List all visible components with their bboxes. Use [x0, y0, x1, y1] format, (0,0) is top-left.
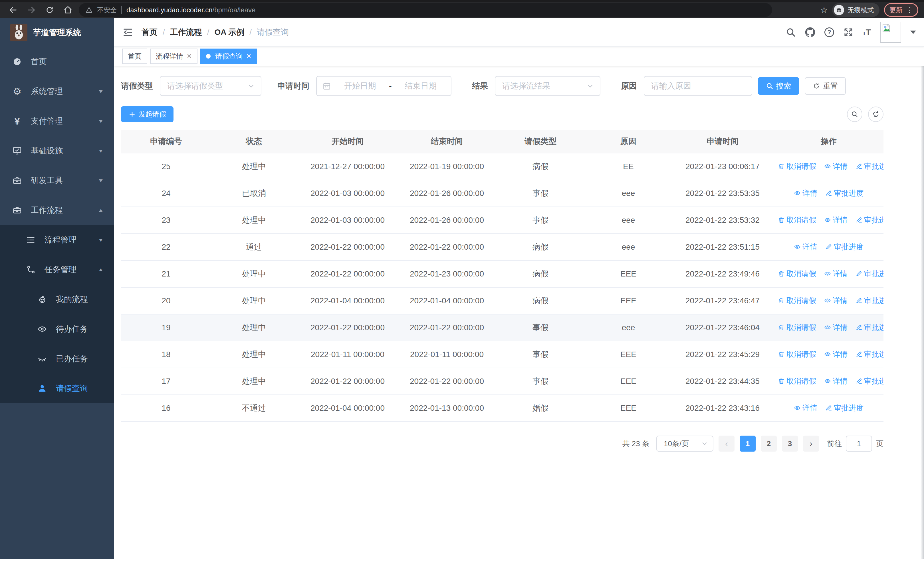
next-page-button[interactable]: ›: [803, 436, 819, 451]
sidebar: 芋道管理系统 首页 ⚙ 系统管理 ▼ ¥ 支付管理 ▼: [0, 18, 114, 559]
detail-link[interactable]: 详情: [794, 242, 817, 252]
app-logo-row[interactable]: 芋道管理系统: [0, 18, 114, 47]
page-size-select[interactable]: 10条/页: [656, 436, 713, 451]
security-warning-icon[interactable]: [86, 7, 93, 14]
cancel-leave-link[interactable]: 取消请假: [778, 215, 816, 225]
browser-back-icon[interactable]: [6, 3, 21, 17]
refresh-table-button[interactable]: [868, 107, 884, 122]
detail-link[interactable]: 详情: [824, 296, 848, 305]
detail-link[interactable]: 详情: [824, 215, 848, 225]
detail-link[interactable]: 详情: [824, 322, 848, 332]
sidebar-item-infra[interactable]: 基础设施 ▼: [0, 136, 114, 165]
cell-type: 病假: [495, 287, 585, 314]
approval-progress-link[interactable]: 审批进度: [855, 376, 884, 386]
sidebar-collapse-icon[interactable]: [122, 27, 134, 38]
sidebar-item-payment[interactable]: ¥ 支付管理 ▼: [0, 106, 114, 136]
browser-menu-icon[interactable]: ⋮: [906, 6, 913, 14]
security-label[interactable]: 不安全: [97, 6, 117, 15]
col-header-start: 开始时间: [297, 130, 398, 153]
sidebar-item-devtools[interactable]: 研发工具 ▼: [0, 165, 114, 196]
sidebar-item-system[interactable]: ⚙ 系统管理 ▼: [0, 77, 114, 106]
sidebar-item-my-process[interactable]: 我的流程: [0, 284, 114, 314]
sidebar-item-todo-tasks[interactable]: 待办任务: [0, 314, 114, 344]
tab-home[interactable]: 首页: [122, 48, 147, 64]
tab-leave-query[interactable]: 请假查询✕: [200, 48, 257, 64]
sidebar-item-workflow[interactable]: 工作流程 ▲: [0, 196, 114, 225]
cell-reason: EE: [585, 153, 671, 180]
cell-type: 病假: [495, 153, 585, 180]
detail-link[interactable]: 详情: [824, 376, 848, 386]
create-leave-button[interactable]: 发起请假: [121, 106, 174, 122]
approval-progress-link[interactable]: 审批进度: [855, 349, 884, 359]
breadcrumb-workflow[interactable]: 工作流程: [170, 27, 202, 38]
cell-type: 事假: [495, 341, 585, 368]
reset-button[interactable]: 重置: [805, 77, 846, 95]
cancel-leave-link[interactable]: 取消请假: [778, 322, 816, 332]
cancel-leave-link[interactable]: 取消请假: [778, 269, 816, 279]
browser-home-icon[interactable]: [60, 3, 75, 17]
leave-type-select[interactable]: 请选择请假类型: [160, 76, 261, 96]
search-icon[interactable]: [786, 27, 796, 38]
address-bar[interactable]: 不安全 dashboard.yudao.iocoder.cn/bpm/oa/le…: [79, 3, 772, 17]
search-button[interactable]: 搜索: [758, 77, 799, 95]
tab-process-detail[interactable]: 流程详情✕: [150, 48, 198, 64]
fullscreen-icon[interactable]: [843, 27, 854, 38]
sidebar-item-done-tasks[interactable]: 已办任务: [0, 344, 114, 374]
sidebar-item-leave-query[interactable]: 请假查询: [0, 374, 114, 403]
cell-status: 处理中: [211, 207, 297, 234]
approval-progress-link[interactable]: 审批进度: [855, 269, 884, 279]
cancel-leave-link[interactable]: 取消请假: [778, 376, 816, 386]
url-text[interactable]: dashboard.yudao.iocoder.cn/bpm/oa/leave: [126, 6, 255, 14]
detail-link[interactable]: 详情: [824, 161, 848, 171]
cancel-leave-link[interactable]: 取消请假: [778, 296, 816, 305]
breadcrumb-home[interactable]: 首页: [141, 27, 158, 38]
reason-input[interactable]: 请输入原因: [644, 76, 752, 96]
detail-link[interactable]: 详情: [824, 269, 848, 279]
cancel-leave-link[interactable]: 取消请假: [778, 349, 816, 359]
approval-progress-link[interactable]: 审批进度: [825, 242, 864, 252]
detail-link[interactable]: 详情: [824, 349, 848, 359]
avatar-caret-icon[interactable]: [910, 30, 916, 37]
cancel-leave-link[interactable]: 取消请假: [778, 161, 816, 171]
sidebar-item-task-mgmt[interactable]: 任务管理 ▲: [0, 255, 114, 284]
cell-actions: 取消请假详情审批进度: [774, 260, 884, 287]
cell-id: 17: [121, 368, 211, 395]
browser-update-button[interactable]: 更新 ⋮: [884, 3, 918, 17]
help-icon[interactable]: ?: [824, 27, 834, 37]
approval-progress-link[interactable]: 审批进度: [855, 322, 884, 332]
col-header-reason: 原因: [585, 130, 671, 153]
approval-progress-link[interactable]: 审批进度: [855, 161, 884, 171]
font-size-icon[interactable]: тT: [862, 27, 871, 37]
robot-icon: [36, 295, 48, 304]
page-button-3[interactable]: 3: [782, 436, 798, 451]
close-icon[interactable]: ✕: [187, 53, 192, 60]
breadcrumb-oa-example[interactable]: OA 示例: [214, 27, 244, 38]
browser-forward-icon[interactable]: [24, 3, 39, 17]
browser-reload-icon[interactable]: [42, 3, 57, 17]
cell-type: 事假: [495, 368, 585, 395]
toggle-search-button[interactable]: [847, 107, 862, 122]
prev-page-button[interactable]: ‹: [718, 436, 735, 451]
github-icon[interactable]: [805, 27, 815, 38]
page-button-2[interactable]: 2: [761, 436, 777, 451]
app: 芋道管理系统 首页 ⚙ 系统管理 ▼ ¥ 支付管理 ▼: [0, 18, 924, 559]
scrollbar[interactable]: [921, 18, 924, 559]
sidebar-item-home[interactable]: 首页: [0, 47, 114, 77]
close-icon[interactable]: ✕: [246, 53, 251, 60]
avatar[interactable]: [880, 22, 901, 43]
detail-link[interactable]: 详情: [794, 188, 817, 198]
result-select[interactable]: 请选择流结果: [495, 76, 600, 96]
apply-time-range-picker[interactable]: 开始日期 - 结束日期: [316, 76, 452, 96]
bookmark-star-icon[interactable]: ☆: [820, 5, 828, 15]
cell-start: 2022-01-03 00:00:00: [297, 207, 398, 234]
goto-page-input[interactable]: 1: [846, 436, 872, 451]
approval-progress-link[interactable]: 审批进度: [825, 188, 864, 198]
detail-link[interactable]: 详情: [794, 403, 817, 413]
start-date-placeholder[interactable]: 开始日期: [336, 81, 384, 92]
approval-progress-link[interactable]: 审批进度: [825, 403, 864, 413]
page-button-1[interactable]: 1: [740, 436, 756, 451]
sidebar-item-process-mgmt[interactable]: 流程管理 ▼: [0, 225, 114, 255]
approval-progress-link[interactable]: 审批进度: [855, 296, 884, 305]
end-date-placeholder[interactable]: 结束日期: [396, 81, 445, 92]
approval-progress-link[interactable]: 审批进度: [855, 215, 884, 225]
